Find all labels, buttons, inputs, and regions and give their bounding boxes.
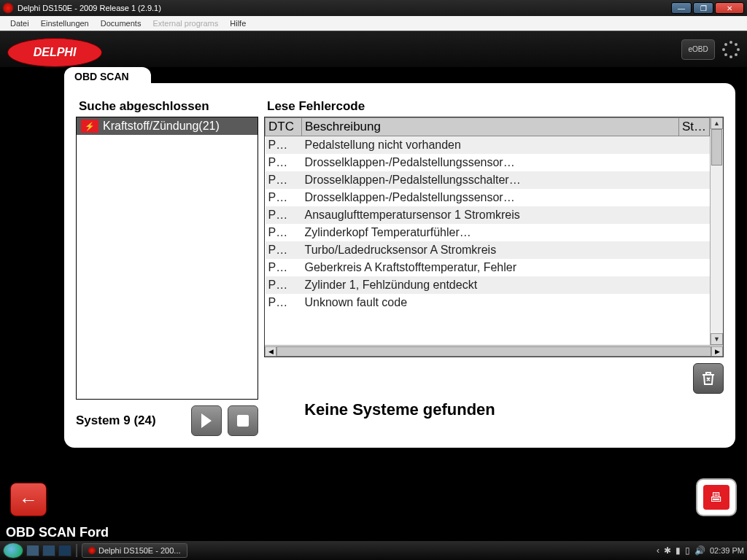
taskbar-separator [76, 544, 77, 557]
cell-status [678, 136, 709, 155]
volume-icon[interactable]: 🔊 [694, 545, 705, 556]
scroll-thumb[interactable] [711, 129, 722, 166]
no-systems-message: Keine Systeme gefunden [64, 400, 735, 419]
cell-dtc: P… [266, 136, 302, 155]
scroll-up-icon[interactable]: ▲ [711, 117, 723, 129]
cell-dtc: P… [266, 224, 302, 241]
table-row[interactable]: P…Unknown fault code [266, 294, 710, 311]
status-bar: OBD SCAN Ford [0, 524, 747, 541]
show-desktop-icon[interactable] [26, 545, 39, 556]
cell-description: Geberkreis A Kraftstofftemperatur, Fehle… [302, 259, 679, 276]
cell-description: Zylinderkopf Temperaturfühler… [302, 224, 679, 241]
col-status[interactable]: St… [678, 118, 709, 136]
tab-obd-scan[interactable]: OBD SCAN [64, 67, 151, 86]
network-icon[interactable]: ▯ [685, 545, 690, 556]
start-button[interactable] [3, 542, 23, 559]
menu-documents[interactable]: Documents [95, 18, 147, 29]
list-item-fuel-ignition[interactable]: ⚡ Kraftstoff/Zündung(21) [77, 117, 258, 135]
minimize-button[interactable]: — [671, 2, 692, 14]
svg-point-6 [722, 48, 725, 51]
col-dtc[interactable]: DTC [266, 118, 302, 136]
maximize-button[interactable]: ❐ [693, 2, 713, 14]
scroll-down-icon[interactable]: ▼ [711, 333, 723, 345]
table-row[interactable]: P…Geberkreis A Kraftstofftemperatur, Feh… [266, 259, 710, 276]
cell-status [678, 259, 709, 276]
loading-dots-icon [721, 39, 741, 60]
cell-status [678, 241, 709, 259]
menu-hilfe[interactable]: Hilfe [224, 18, 252, 29]
cell-status [678, 171, 709, 189]
table-row[interactable]: P…Drosselklappen-/Pedalstellungssensor… [266, 189, 710, 206]
cell-dtc: P… [266, 259, 302, 276]
bluetooth-icon[interactable]: ✱ [664, 545, 671, 556]
cell-dtc: P… [266, 171, 302, 189]
back-button[interactable] [10, 483, 47, 516]
table-row[interactable]: P…Pedalstellung nicht vorhanden [266, 136, 710, 155]
clock: 02:39 PM [710, 546, 744, 555]
cell-status [678, 154, 709, 171]
cell-dtc: P… [266, 154, 302, 171]
status-text: OBD SCAN Ford [6, 525, 109, 540]
system-tray: ‹ ✱ ▮ ▯ 🔊 02:39 PM [657, 545, 744, 556]
left-panel: Suche abgeschlossen ⚡ Kraftstoff/Zündung… [76, 95, 258, 436]
svg-point-2 [737, 48, 740, 51]
window-title: Delphi DS150E - 2009 Release 1 (2.9.1) [18, 4, 671, 12]
table-row[interactable]: P…Drosselklappen-/Pedalstellungsschalter… [266, 171, 710, 189]
svg-point-0 [729, 41, 732, 44]
cell-status [678, 224, 709, 241]
ie-icon[interactable] [58, 545, 71, 556]
cell-dtc: P… [266, 241, 302, 259]
table-row[interactable]: P…Ansauglufttemperatursensor 1 Stromkrei… [266, 206, 710, 224]
cell-dtc: P… [266, 294, 302, 311]
cell-status [678, 276, 709, 294]
taskbar-item-delphi[interactable]: Delphi DS150E - 200... [82, 543, 187, 558]
scroll-right-icon[interactable]: ▶ [711, 346, 723, 357]
search-complete-title: Suche abgeschlossen [79, 99, 255, 114]
menubar: Datei Einstellungen Documents External p… [0, 16, 747, 31]
svg-point-3 [735, 53, 738, 56]
taskbar: Delphi DS150E - 200... ‹ ✱ ▮ ▯ 🔊 02:39 P… [0, 541, 747, 560]
cell-dtc: P… [266, 276, 302, 294]
app-icon [3, 3, 13, 13]
table-row[interactable]: P…Drosselklappen-/Pedalstellungssensor… [266, 154, 710, 171]
menu-external-programs[interactable]: External programs [147, 18, 224, 29]
right-panel: Lese Fehlercode DTC Beschreibung St… P…P… [264, 95, 724, 436]
list-item-label: Kraftstoff/Zündung(21) [103, 120, 220, 133]
print-save-button[interactable]: 🖶 [696, 478, 737, 516]
table-row[interactable]: P…Zylinder 1, Fehlzündung entdeckt [266, 276, 710, 294]
brand-bar: DELPHI eOBD [0, 31, 747, 67]
dtc-table-container: DTC Beschreibung St… P…Pedalstellung nic… [264, 117, 724, 357]
app-dot-icon [88, 547, 96, 554]
menu-datei[interactable]: Datei [4, 18, 35, 29]
window-titlebar: Delphi DS150E - 2009 Release 1 (2.9.1) —… [0, 0, 747, 16]
delete-codes-button[interactable] [693, 363, 724, 394]
table-row[interactable]: P…Turbo/Ladedrucksensor A Stromkreis [266, 241, 710, 259]
taskbar-item-label: Delphi DS150E - 200... [98, 546, 181, 555]
cell-dtc: P… [266, 189, 302, 206]
h-scroll-thumb[interactable] [276, 346, 711, 357]
cell-description: Unknown fault code [302, 294, 679, 311]
close-button[interactable]: ✕ [715, 2, 744, 14]
read-fault-code-title: Lese Fehlercode [267, 99, 721, 114]
menu-einstellungen[interactable]: Einstellungen [35, 18, 95, 29]
scroll-left-icon[interactable]: ◀ [265, 346, 276, 357]
battery-icon[interactable]: ▮ [676, 545, 681, 556]
system-list: ⚡ Kraftstoff/Zündung(21) [76, 117, 258, 400]
cell-description: Pedalstellung nicht vorhanden [302, 136, 679, 155]
tray-expand-icon[interactable]: ‹ [657, 545, 659, 556]
explorer-icon[interactable] [42, 545, 55, 556]
table-row[interactable]: P…Zylinderkopf Temperaturfühler… [266, 224, 710, 241]
horizontal-scrollbar[interactable]: ◀ ▶ [265, 345, 723, 357]
svg-point-1 [735, 43, 738, 46]
cell-description: Drosselklappen-/Pedalstellungssensor… [302, 189, 679, 206]
cell-status [678, 294, 709, 311]
delphi-logo: DELPHI [7, 38, 102, 67]
cell-description: Drosselklappen-/Pedalstellungssensor… [302, 154, 679, 171]
warning-icon: ⚡ [81, 120, 98, 133]
cell-description: Ansauglufttemperatursensor 1 Stromkreis [302, 206, 679, 224]
cell-status [678, 206, 709, 224]
svg-point-5 [724, 53, 727, 56]
vertical-scrollbar[interactable]: ▲ ▼ [710, 117, 723, 345]
eobd-button[interactable]: eOBD [681, 39, 715, 60]
col-description[interactable]: Beschreibung [302, 118, 679, 136]
